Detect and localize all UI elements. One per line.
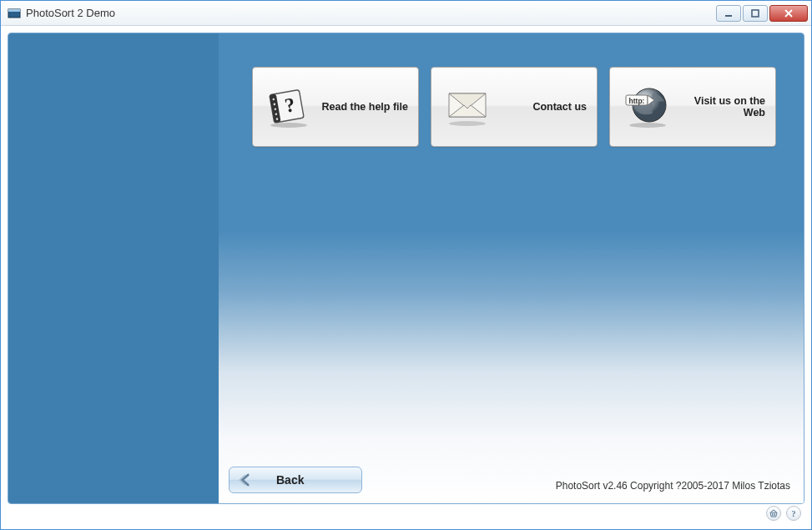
app-icon — [8, 7, 21, 20]
help-card-label: Read the help file — [316, 101, 410, 113]
back-button-label: Back — [276, 473, 304, 487]
titlebar: PhotoSort 2 Demo — [1, 1, 811, 26]
window-controls — [716, 5, 808, 22]
close-button[interactable] — [769, 5, 808, 22]
web-card[interactable]: http: Visit us on the Web — [609, 67, 776, 147]
help-icon[interactable]: ? — [786, 506, 801, 521]
client-area: ? Read the help file — [1, 26, 811, 529]
svg-point-12 — [270, 123, 307, 128]
help-file-icon: ? — [261, 83, 316, 130]
svg-rect-3 — [752, 10, 759, 17]
contact-card[interactable]: Contact us — [431, 67, 598, 147]
maximize-button[interactable] — [743, 5, 768, 22]
envelope-icon — [440, 83, 495, 130]
svg-rect-2 — [725, 15, 732, 17]
minimize-button[interactable] — [716, 5, 741, 22]
sidebar — [8, 33, 219, 503]
basket-icon[interactable] — [766, 506, 781, 521]
main-frame: ? Read the help file — [8, 33, 804, 504]
svg-text:?: ? — [792, 509, 796, 518]
back-button[interactable]: Back — [229, 467, 362, 493]
web-card-label: Visit us on the Web — [673, 95, 767, 119]
svg-text:http:: http: — [629, 97, 645, 105]
svg-rect-1 — [8, 9, 20, 12]
svg-point-16 — [449, 121, 486, 126]
window-title: PhotoSort 2 Demo — [26, 7, 716, 19]
copyright-text: PhotoSort v2.46 Copyright ?2005-2017 Mil… — [556, 480, 790, 492]
contact-card-label: Contact us — [495, 101, 588, 113]
globe-icon: http: — [618, 83, 673, 130]
chevron-left-icon — [238, 472, 255, 488]
card-row: ? Read the help file — [252, 67, 787, 147]
help-card[interactable]: ? Read the help file — [252, 67, 419, 147]
svg-point-20 — [629, 123, 666, 128]
content-area: ? Read the help file — [219, 33, 804, 503]
window-frame: PhotoSort 2 Demo — [0, 0, 812, 530]
footer-bar: ? — [8, 504, 804, 522]
